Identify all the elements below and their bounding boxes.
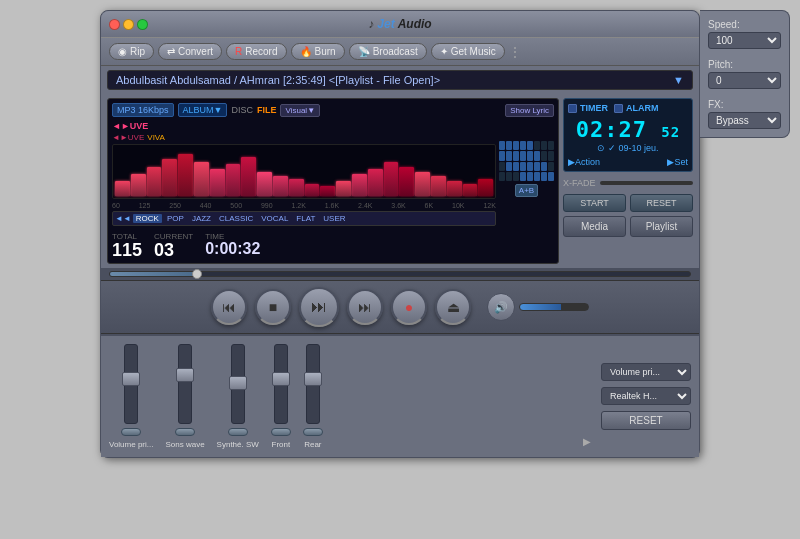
- fader-handle[interactable]: [122, 372, 140, 386]
- track-dropdown-icon[interactable]: ▼: [673, 74, 684, 86]
- grid-cell: [520, 141, 526, 150]
- burn-button[interactable]: 🔥 Burn: [291, 43, 345, 60]
- toolbar: ◉ Rip ⇄ Convert R Record 🔥 Burn 📡 Broadc…: [101, 37, 699, 66]
- fader-handle[interactable]: [229, 376, 247, 390]
- preset-rock[interactable]: ROCK: [133, 214, 162, 223]
- nav-buttons: Media Playlist: [563, 216, 693, 237]
- timer-header: TIMER ALARM: [568, 103, 688, 113]
- mixer-arrow-right[interactable]: ▶: [581, 434, 593, 449]
- ctrl-buttons: START RESET: [563, 194, 693, 212]
- fader-handle[interactable]: [304, 372, 322, 386]
- grid-cell: [506, 151, 512, 160]
- content-area: MP3 16Kbps ALBUM▼ DISC FILE Visual▼ Show…: [101, 94, 699, 268]
- right-panel: Speed: 100 Pitch: 0 FX: Bypass: [700, 10, 790, 138]
- pitch-select[interactable]: 0: [708, 72, 781, 89]
- timer-checkbox[interactable]: [568, 104, 577, 113]
- album-badge[interactable]: ALBUM▼: [178, 103, 228, 117]
- mixer-right: Volume pri... Realtek H... RESET: [601, 344, 691, 449]
- start-button[interactable]: START: [563, 194, 626, 212]
- preset-user[interactable]: USER: [320, 214, 348, 223]
- preset-flat[interactable]: FLAT: [293, 214, 318, 223]
- grid-cell: [541, 162, 547, 171]
- playback-area: ⏮ ■ ⏭ ⏭ ● ⏏ 🔊: [101, 280, 699, 334]
- eject-icon: ⏏: [447, 299, 460, 315]
- volume-icon: 🔊: [494, 301, 508, 314]
- playlist-button[interactable]: Playlist: [630, 216, 693, 237]
- toolbar-more[interactable]: ⋮: [509, 45, 521, 59]
- mixer-device-select-1[interactable]: Volume pri...: [601, 363, 691, 381]
- title-audio: Audio: [398, 17, 432, 31]
- record-button[interactable]: R Record: [226, 43, 286, 60]
- fader-handle[interactable]: [176, 368, 194, 382]
- mixer-channel: Synthé. SW: [217, 344, 259, 449]
- title-jet: Jet: [377, 17, 394, 31]
- reset-button[interactable]: RESET: [630, 194, 693, 212]
- grid-cell: [520, 151, 526, 160]
- prev-button[interactable]: ⏮: [211, 289, 247, 325]
- action-link[interactable]: ▶Action: [568, 157, 600, 167]
- fx-select[interactable]: Bypass: [708, 112, 781, 129]
- visual-button[interactable]: Visual▼: [280, 104, 320, 117]
- ab-button[interactable]: A+B: [515, 184, 538, 197]
- alarm-checkbox[interactable]: [614, 104, 623, 113]
- visualizer-area: MP3 16Kbps ALBUM▼ DISC FILE Visual▼ Show…: [107, 98, 559, 264]
- record-playback-button[interactable]: ●: [391, 289, 427, 325]
- eject-button[interactable]: ⏏: [435, 289, 471, 325]
- media-button[interactable]: Media: [563, 216, 626, 237]
- channel-knob[interactable]: [121, 428, 141, 436]
- mixer-channel: Front: [271, 344, 291, 449]
- grid-cell: [499, 141, 505, 150]
- speed-select[interactable]: 100: [708, 32, 781, 49]
- close-button[interactable]: [109, 19, 120, 30]
- stats-row: TOTAL 115 CURRENT 03 TIME 0:00:32: [112, 232, 554, 259]
- get-music-button[interactable]: ✦ Get Music: [431, 43, 505, 60]
- maximize-button[interactable]: [137, 19, 148, 30]
- channel-label: Sons wave: [165, 440, 204, 449]
- next-button[interactable]: ⏭: [347, 289, 383, 325]
- main-window: ♪ JetAudio ◉ Rip ⇄ Convert R Record 🔥 Bu…: [100, 10, 700, 458]
- pitch-label: Pitch:: [708, 59, 781, 70]
- channel-knob[interactable]: [303, 428, 323, 436]
- mixer-device-select-2[interactable]: Realtek H...: [601, 387, 691, 405]
- record-playback-icon: ●: [405, 299, 413, 315]
- channel-knob[interactable]: [175, 428, 195, 436]
- convert-button[interactable]: ⇄ Convert: [158, 43, 222, 60]
- preset-pop[interactable]: POP: [164, 214, 187, 223]
- fader-track: [124, 344, 138, 424]
- fader-handle[interactable]: [272, 372, 290, 386]
- lyric-button[interactable]: Show Lyric: [505, 104, 554, 117]
- xfade-slider[interactable]: [600, 181, 693, 185]
- grid-cell: [548, 162, 554, 171]
- progress-bar[interactable]: [109, 271, 691, 277]
- fader-track: [306, 344, 320, 424]
- mixer-channel: Sons wave: [165, 344, 204, 449]
- broadcast-button[interactable]: 📡 Broadcast: [349, 43, 427, 60]
- grid-cell: [527, 172, 533, 181]
- volume-button[interactable]: 🔊: [487, 293, 515, 321]
- grid-cell: [541, 172, 547, 181]
- grid-cell: [527, 162, 533, 171]
- preset-vocal[interactable]: VOCAL: [258, 214, 291, 223]
- xfade-label: X-FADE: [563, 178, 596, 188]
- burn-icon: 🔥: [300, 46, 312, 57]
- rip-button[interactable]: ◉ Rip: [109, 43, 154, 60]
- grid-cell: [520, 172, 526, 181]
- format-badge: MP3 16Kbps: [112, 103, 174, 117]
- channel-knob[interactable]: [228, 428, 248, 436]
- mixer-reset-button[interactable]: RESET: [601, 411, 691, 430]
- grid-cell: [534, 151, 540, 160]
- play-pause-button[interactable]: ⏭: [299, 287, 339, 327]
- preset-jazz[interactable]: JAZZ: [189, 214, 214, 223]
- viva-label: VIVA: [147, 133, 165, 142]
- preset-classic[interactable]: CLASSIC: [216, 214, 256, 223]
- preset-nav-left[interactable]: ◄◄: [115, 214, 131, 223]
- minimize-button[interactable]: [123, 19, 134, 30]
- stop-button[interactable]: ■: [255, 289, 291, 325]
- volume-slider[interactable]: [519, 303, 589, 311]
- channel-knob[interactable]: [271, 428, 291, 436]
- vis-top-bar: MP3 16Kbps ALBUM▼ DISC FILE Visual▼ Show…: [112, 103, 554, 117]
- record-icon: R: [235, 46, 242, 57]
- set-link[interactable]: ▶Set: [667, 157, 688, 167]
- track-title: Abdulbasit Abdulsamad / AHmran [2:35:49]…: [116, 74, 440, 86]
- grid-cell: [513, 162, 519, 171]
